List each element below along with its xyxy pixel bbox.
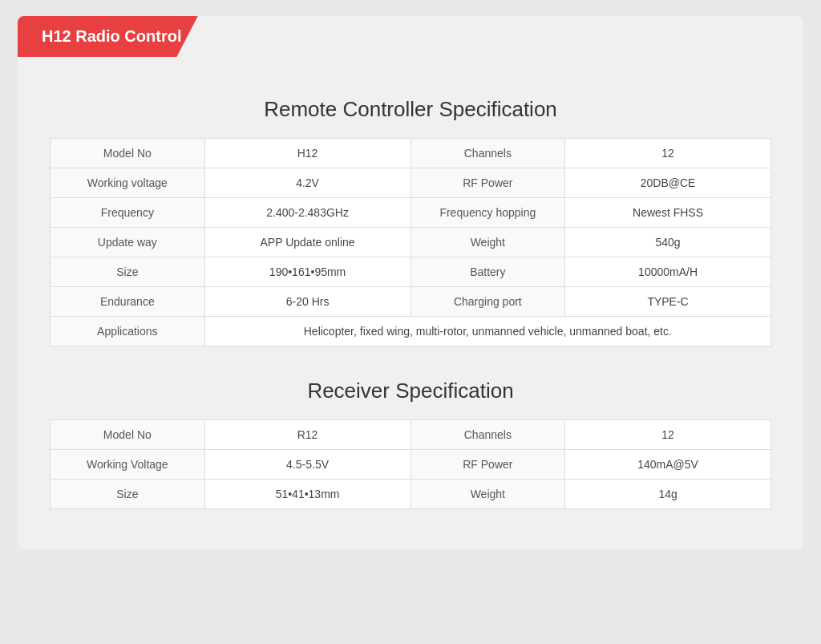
receiver-section: Receiver Specification Model No R12 Chan… [50, 379, 771, 509]
remote-table-row: Endurance 6-20 Hrs Charging port TYPE-C [51, 287, 771, 317]
remote-value-4-2: 10000mA/H [565, 257, 771, 287]
receiver-spec-table: Model No R12 Channels 12 Working Voltage… [50, 419, 771, 509]
remote-label-3-1: Update way [51, 228, 205, 257]
remote-value-2-1: 2.400-2.483GHz [204, 198, 410, 228]
remote-value-4-1: 190•161•95mm [204, 257, 410, 287]
remote-value-5-2: TYPE-C [565, 287, 771, 317]
remote-table-row: Size 190•161•95mm Battery 10000mA/H [51, 257, 771, 287]
remote-spec-table: Model No H12 Channels 12 Working voltage… [50, 138, 771, 346]
receiver-value-2-1: 51•41•13mm [204, 480, 410, 509]
remote-label-3-2: Weight [410, 228, 565, 257]
applications-row: Applications Helicopter, fixed wing, mul… [51, 317, 771, 346]
receiver-label-2-2: Weight [410, 480, 565, 509]
remote-table-row: Model No H12 Channels 12 [51, 139, 771, 168]
remote-label-5-2: Charging port [410, 287, 565, 317]
remote-value-2-2: Newest FHSS [565, 198, 771, 228]
receiver-label-2-1: Size [51, 480, 205, 509]
remote-label-4-2: Battery [410, 257, 565, 287]
applications-value: Helicopter, fixed wing, multi-rotor, unm… [204, 317, 770, 346]
receiver-value-0-1: R12 [204, 420, 410, 450]
remote-label-2-1: Frequency [51, 198, 205, 228]
remote-value-3-1: APP Update online [204, 228, 410, 257]
remote-label-5-1: Endurance [51, 287, 205, 317]
remote-table-row: Frequency 2.400-2.483GHz Frequency hoppi… [51, 198, 771, 228]
receiver-label-1-1: Working Voltage [51, 450, 205, 480]
remote-table-row: Working voltage 4.2V RF Power 20DB@CE [51, 168, 771, 198]
receiver-value-1-1: 4.5-5.5V [204, 450, 410, 480]
page-title: H12 Radio Control [42, 27, 181, 46]
remote-label-1-1: Working voltage [51, 168, 205, 198]
receiver-value-1-2: 140mA@5V [565, 450, 771, 480]
remote-value-1-1: 4.2V [204, 168, 410, 198]
receiver-value-0-2: 12 [565, 420, 771, 450]
remote-value-5-1: 6-20 Hrs [204, 287, 410, 317]
receiver-section-title: Receiver Specification [50, 379, 771, 403]
remote-value-0-2: 12 [565, 139, 771, 168]
remote-value-3-2: 540g [565, 228, 771, 257]
header-banner: H12 Radio Control [18, 16, 229, 57]
remote-value-1-2: 20DB@CE [565, 168, 771, 198]
remote-value-0-1: H12 [204, 139, 410, 168]
page-container: H12 Radio Control Remote Controller Spec… [18, 16, 803, 549]
applications-label: Applications [51, 317, 205, 346]
receiver-table-row: Model No R12 Channels 12 [51, 420, 771, 450]
remote-label-1-2: RF Power [410, 168, 565, 198]
remote-label-2-2: Frequency hopping [410, 198, 565, 228]
remote-label-0-2: Channels [410, 139, 565, 168]
content-area: Remote Controller Specification Model No… [18, 57, 803, 549]
receiver-table-row: Size 51•41•13mm Weight 14g [51, 480, 771, 509]
receiver-label-1-2: RF Power [410, 450, 565, 480]
remote-section-title: Remote Controller Specification [50, 97, 771, 122]
receiver-table-row: Working Voltage 4.5-5.5V RF Power 140mA@… [51, 450, 771, 480]
receiver-value-2-2: 14g [565, 480, 771, 509]
remote-label-0-1: Model No [51, 139, 205, 168]
receiver-label-0-1: Model No [51, 420, 205, 450]
remote-table-row: Update way APP Update online Weight 540g [51, 228, 771, 257]
receiver-label-0-2: Channels [410, 420, 565, 450]
remote-label-4-1: Size [51, 257, 205, 287]
